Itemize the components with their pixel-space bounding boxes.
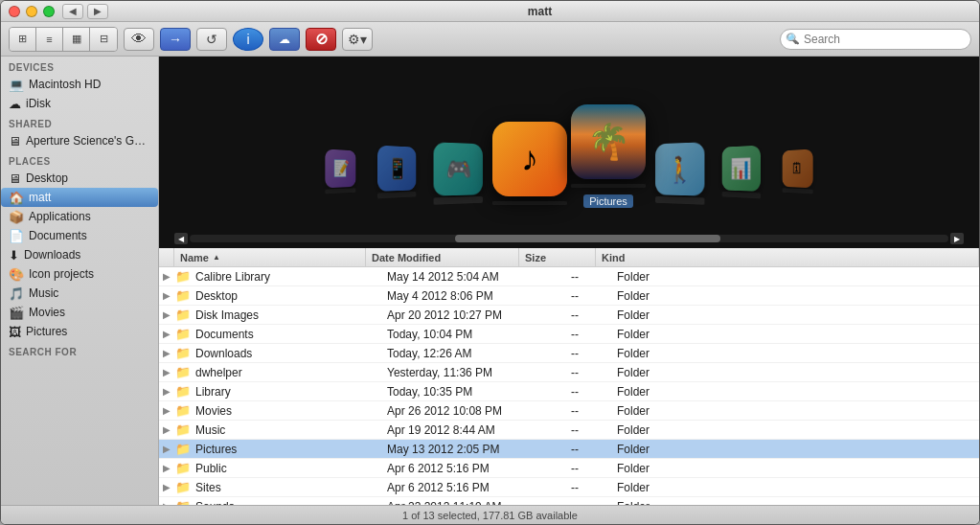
file-date: May 4 2012 8:06 PM <box>383 289 536 303</box>
file-icon: 📁 <box>174 269 192 284</box>
file-size: -- <box>536 481 613 494</box>
quick-look-button[interactable]: 👁 <box>124 28 154 51</box>
row-toggle[interactable]: ▶ <box>159 386 174 397</box>
name-col-header[interactable]: Name ▲ <box>174 248 366 266</box>
sort-indicator: ▲ <box>213 253 220 262</box>
sidebar-item-label: Downloads <box>24 248 150 262</box>
scroll-thumb[interactable] <box>455 235 720 242</box>
app-icon: 🚶 <box>655 142 704 195</box>
sidebar-item-idisk[interactable]: ☁ iDisk <box>1 94 158 113</box>
file-icon: 📁 <box>174 384 192 399</box>
file-kind: Folder <box>613 289 979 303</box>
table-row[interactable]: ▶ 📁 Music Apr 19 2012 8:44 AM -- Folder <box>159 421 979 440</box>
scroll-right-button[interactable]: ▶ <box>950 233 964 244</box>
sidebar-item-applications[interactable]: 📦 Applications <box>1 207 158 226</box>
sunset-bg: 🌴 <box>571 104 646 179</box>
maximize-button[interactable] <box>43 6 55 17</box>
table-row[interactable]: ▶ 📁 Disk Images Apr 20 2012 10:27 PM -- … <box>159 306 979 325</box>
close-button[interactable] <box>9 6 20 17</box>
file-name: Downloads <box>192 347 383 360</box>
file-date: Apr 20 2012 10:27 PM <box>383 308 536 322</box>
applications-icon: 📦 <box>9 210 24 224</box>
action-button[interactable]: ⚙▾ <box>342 28 373 51</box>
cover-flow-inner: 📝 📱 🎮 ♪ <box>159 57 979 248</box>
file-kind: Folder <box>613 270 979 284</box>
table-row[interactable]: ▶ 📁 Sites Apr 6 2012 5:16 PM -- Folder <box>159 478 979 497</box>
file-kind: Folder <box>613 443 979 456</box>
file-size: -- <box>536 385 613 399</box>
row-toggle[interactable]: ▶ <box>159 405 174 416</box>
icon-item-pictures[interactable]: 🌴 Pictures <box>571 104 646 208</box>
date-col-header[interactable]: Date Modified <box>366 248 519 266</box>
row-toggle[interactable]: ▶ <box>159 424 174 435</box>
file-size: -- <box>536 366 613 379</box>
sidebar-item-label: Documents <box>29 229 150 242</box>
toggle-col-header <box>159 248 174 266</box>
view-icons-button[interactable]: ⊞ <box>10 28 36 51</box>
forward-button[interactable]: ▶ <box>87 4 108 19</box>
delete-button[interactable]: ⊘ <box>306 28 336 51</box>
file-size: -- <box>536 462 613 475</box>
view-columns-button[interactable]: ▦ <box>63 28 90 51</box>
row-toggle[interactable]: ▶ <box>159 444 174 454</box>
refresh-button[interactable]: ↺ <box>196 28 227 51</box>
size-col-header[interactable]: Size <box>519 248 596 266</box>
info-button[interactable]: i <box>233 28 263 51</box>
file-kind: Folder <box>613 404 979 418</box>
file-date: Today, 10:35 PM <box>383 385 536 399</box>
table-row[interactable]: ▶ 📁 dwhelper Yesterday, 11:36 PM -- Fold… <box>159 363 979 382</box>
search-input[interactable] <box>780 29 971 50</box>
file-size: -- <box>536 347 613 360</box>
file-size: -- <box>536 328 613 341</box>
sidebar-item-pictures[interactable]: 🖼 Pictures <box>1 322 158 341</box>
sidebar-item-aperture[interactable]: 🖥 Aperture Science's Genet... <box>1 131 158 150</box>
scroll-left-button[interactable]: ◀ <box>174 233 188 244</box>
sidebar-item-desktop[interactable]: 🖥 Desktop <box>1 169 158 188</box>
sidebar-item-movies[interactable]: 🎬 Movies <box>1 303 158 322</box>
table-row[interactable]: ▶ 📁 Library Today, 10:35 PM -- Folder <box>159 382 979 401</box>
table-row[interactable]: ▶ 📁 Documents Today, 10:04 PM -- Folder <box>159 325 979 344</box>
table-row[interactable]: ▶ 📁 Movies Apr 26 2012 10:08 PM -- Folde… <box>159 401 979 421</box>
row-toggle[interactable]: ▶ <box>159 367 174 377</box>
desktop-icon: 🖥 <box>9 171 21 186</box>
file-date: Apr 19 2012 8:44 AM <box>383 423 536 437</box>
table-row[interactable]: ▶ 📁 Desktop May 4 2012 8:06 PM -- Folder <box>159 286 979 306</box>
file-name: Pictures <box>192 443 383 456</box>
row-toggle[interactable]: ▶ <box>159 482 174 492</box>
table-row[interactable]: ▶ 📁 Calibre Library May 14 2012 5:04 AM … <box>159 267 979 286</box>
app-icon: 📊 <box>722 145 761 191</box>
kind-col-header[interactable]: Kind <box>596 248 979 266</box>
sidebar-item-music[interactable]: 🎵 Music <box>1 284 158 303</box>
row-toggle[interactable]: ▶ <box>159 290 174 301</box>
table-row[interactable]: ▶ 📁 Public Apr 6 2012 5:16 PM -- Folder <box>159 459 979 478</box>
go-button[interactable]: → <box>160 28 191 51</box>
view-cover-button[interactable]: ⊟ <box>90 28 117 51</box>
downloads-icon: ⬇ <box>9 248 19 262</box>
file-size: -- <box>536 289 613 303</box>
sidebar-item-downloads[interactable]: ⬇ Downloads <box>1 245 158 264</box>
view-toggle-group: ⊞ ≡ ▦ ⊟ <box>9 27 118 52</box>
row-toggle[interactable]: ▶ <box>159 329 174 339</box>
minimize-button[interactable] <box>26 6 37 17</box>
sidebar-item-documents[interactable]: 📄 Documents <box>1 226 158 245</box>
iconprojects-icon: 🎨 <box>9 267 24 282</box>
icon-item: 🚶 <box>655 142 704 204</box>
sidebar-item-icon-projects[interactable]: 🎨 Icon projects <box>1 264 158 284</box>
row-toggle[interactable]: ▶ <box>159 463 174 473</box>
search-icon: 🔍 <box>786 33 800 45</box>
back-button[interactable]: ◀ <box>62 4 83 19</box>
file-date: May 13 2012 2:05 PM <box>383 443 536 456</box>
icloud-button[interactable]: ☁ <box>269 28 300 51</box>
search-wrap: 🔍 <box>780 29 971 50</box>
sidebar-item-macintosh-hd[interactable]: 💻 Macintosh HD <box>1 75 158 94</box>
row-toggle[interactable]: ▶ <box>159 271 174 282</box>
row-toggle[interactable]: ▶ <box>159 348 174 358</box>
cover-flow-preview: 📝 📱 🎮 ♪ <box>159 57 979 248</box>
row-toggle[interactable]: ▶ <box>159 309 174 320</box>
table-row[interactable]: ▶ 📁 Downloads Today, 12:26 AM -- Folder <box>159 344 979 363</box>
view-list-button[interactable]: ≡ <box>36 28 63 51</box>
table-row[interactable]: ▶ 📁 Sounds Apr 23 2012 11:19 AM -- Folde… <box>159 497 979 505</box>
shared-icon: 🖥 <box>9 134 21 148</box>
sidebar-item-matt[interactable]: 🏠 matt <box>1 188 158 207</box>
table-row[interactable]: ▶ 📁 Pictures May 13 2012 2:05 PM -- Fold… <box>159 440 979 459</box>
